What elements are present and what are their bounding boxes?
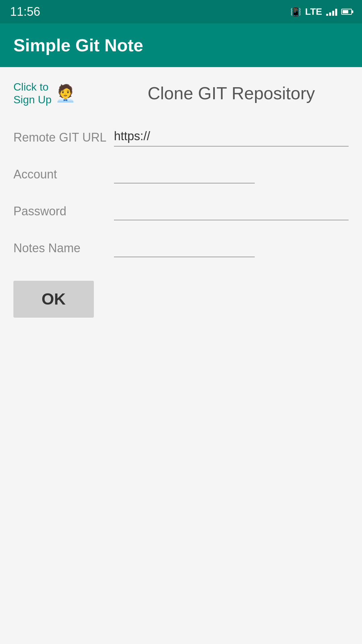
main-content: Click toSign Up 🧑‍💼 Clone GIT Repository…	[0, 67, 362, 644]
remote-git-url-row: Remote GIT URL	[13, 126, 349, 147]
remote-git-url-label: Remote GIT URL	[13, 126, 114, 146]
signal-icon	[326, 8, 337, 16]
remote-git-url-input[interactable]	[114, 126, 349, 147]
battery-icon	[341, 9, 352, 15]
status-icons: 📳 LTE	[290, 6, 352, 17]
notes-name-input-container	[114, 237, 349, 257]
vibrate-icon: 📳	[290, 7, 301, 17]
app-header: Simple Git Note	[0, 23, 362, 67]
notes-name-row: Notes Name	[13, 237, 349, 257]
top-row: Click toSign Up 🧑‍💼 Clone GIT Repository	[13, 80, 349, 106]
signup-emoji: 🧑‍💼	[55, 84, 76, 103]
password-label: Password	[13, 200, 114, 219]
password-input-container	[114, 200, 349, 220]
status-time: 11:56	[10, 5, 40, 19]
clone-title: Clone GIT Repository	[114, 83, 349, 103]
signup-label: Click toSign Up	[13, 81, 52, 106]
signup-link[interactable]: Click toSign Up	[13, 80, 52, 106]
account-input-container	[114, 163, 349, 183]
password-row: Password	[13, 200, 349, 220]
signup-container: Click toSign Up 🧑‍💼	[13, 80, 114, 106]
notes-name-label: Notes Name	[13, 237, 114, 256]
status-bar: 11:56 📳 LTE	[0, 0, 362, 23]
ok-button[interactable]: OK	[13, 281, 94, 318]
app-title: Simple Git Note	[13, 35, 143, 55]
account-row: Account	[13, 163, 349, 183]
account-input[interactable]	[114, 163, 255, 183]
lte-label: LTE	[305, 6, 322, 17]
password-input[interactable]	[114, 200, 349, 220]
notes-name-input[interactable]	[114, 237, 255, 257]
remote-git-url-input-container	[114, 126, 349, 147]
account-label: Account	[13, 163, 114, 182]
